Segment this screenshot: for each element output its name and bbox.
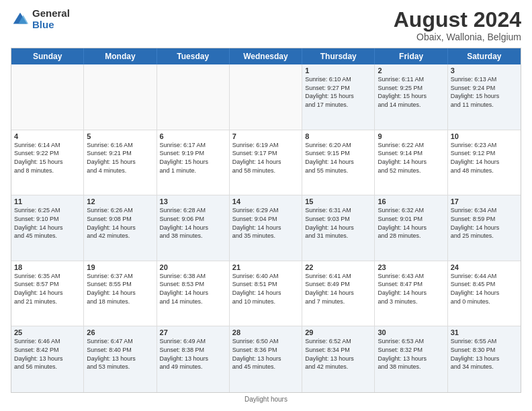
day-cell-5: 5Sunrise: 6:16 AM Sunset: 9:21 PM Daylig… (84, 130, 157, 195)
day-info: Sunrise: 6:32 AM Sunset: 9:01 PM Dayligh… (378, 206, 444, 240)
day-number: 9 (378, 132, 444, 140)
header-day-saturday: Saturday (448, 48, 521, 64)
header-day-monday: Monday (84, 48, 157, 64)
month-title: August 2024 (394, 8, 521, 32)
day-info: Sunrise: 6:17 AM Sunset: 9:19 PM Dayligh… (160, 141, 226, 175)
day-number: 31 (451, 328, 518, 336)
day-cell-12: 12Sunrise: 6:26 AM Sunset: 9:08 PM Dayli… (84, 195, 157, 261)
day-info: Sunrise: 6:31 AM Sunset: 9:03 PM Dayligh… (305, 206, 371, 240)
day-cell-28: 28Sunrise: 6:50 AM Sunset: 8:36 PM Dayli… (230, 326, 302, 392)
day-number: 6 (160, 132, 226, 140)
day-info: Sunrise: 6:37 AM Sunset: 8:55 PM Dayligh… (87, 272, 153, 306)
day-info: Sunrise: 6:55 AM Sunset: 8:30 PM Dayligh… (451, 337, 518, 371)
empty-cell-0-2 (157, 64, 230, 130)
day-number: 19 (87, 263, 153, 271)
day-cell-4: 4Sunrise: 6:14 AM Sunset: 9:22 PM Daylig… (11, 130, 84, 195)
day-info: Sunrise: 6:38 AM Sunset: 8:53 PM Dayligh… (160, 272, 226, 306)
day-number: 23 (378, 263, 444, 271)
day-cell-19: 19Sunrise: 6:37 AM Sunset: 8:55 PM Dayli… (84, 261, 157, 326)
calendar-row-3: 18Sunrise: 6:35 AM Sunset: 8:57 PM Dayli… (11, 261, 521, 327)
day-number: 28 (232, 328, 299, 336)
day-cell-25: 25Sunrise: 6:46 AM Sunset: 8:42 PM Dayli… (11, 326, 84, 392)
day-number: 12 (87, 197, 153, 205)
title-area: August 2024 Obaix, Wallonia, Belgium (394, 8, 521, 42)
day-number: 24 (451, 263, 518, 271)
day-number: 14 (232, 197, 299, 205)
day-info: Sunrise: 6:25 AM Sunset: 9:10 PM Dayligh… (14, 206, 81, 240)
calendar: SundayMondayTuesdayWednesdayThursdayFrid… (11, 48, 521, 393)
day-number: 3 (451, 66, 518, 75)
day-info: Sunrise: 6:28 AM Sunset: 9:06 PM Dayligh… (160, 206, 226, 240)
day-info: Sunrise: 6:44 AM Sunset: 8:45 PM Dayligh… (451, 272, 518, 306)
day-number: 2 (378, 66, 444, 75)
day-info: Sunrise: 6:50 AM Sunset: 8:36 PM Dayligh… (232, 337, 299, 371)
location-subtitle: Obaix, Wallonia, Belgium (394, 32, 521, 42)
day-cell-1: 1Sunrise: 6:10 AM Sunset: 9:27 PM Daylig… (302, 64, 375, 130)
header-day-thursday: Thursday (302, 48, 375, 64)
day-number: 20 (160, 263, 226, 271)
day-cell-23: 23Sunrise: 6:43 AM Sunset: 8:47 PM Dayli… (375, 261, 447, 326)
day-number: 30 (378, 328, 444, 336)
day-info: Sunrise: 6:41 AM Sunset: 8:49 PM Dayligh… (305, 272, 371, 306)
empty-cell-0-1 (84, 64, 157, 130)
day-cell-30: 30Sunrise: 6:53 AM Sunset: 8:32 PM Dayli… (375, 326, 447, 392)
day-number: 4 (14, 132, 81, 140)
day-info: Sunrise: 6:11 AM Sunset: 9:25 PM Dayligh… (378, 75, 444, 109)
day-number: 5 (87, 132, 153, 140)
day-info: Sunrise: 6:13 AM Sunset: 9:24 PM Dayligh… (451, 75, 518, 109)
day-info: Sunrise: 6:49 AM Sunset: 8:38 PM Dayligh… (160, 337, 226, 371)
calendar-row-0: 1Sunrise: 6:10 AM Sunset: 9:27 PM Daylig… (11, 64, 521, 130)
day-number: 7 (232, 132, 299, 140)
empty-cell-0-3 (230, 64, 302, 130)
day-cell-6: 6Sunrise: 6:17 AM Sunset: 9:19 PM Daylig… (157, 130, 230, 195)
day-info: Sunrise: 6:16 AM Sunset: 9:21 PM Dayligh… (87, 141, 153, 175)
day-number: 18 (14, 263, 81, 271)
logo-general-text: General (32, 8, 70, 19)
day-number: 16 (378, 197, 444, 205)
day-info: Sunrise: 6:46 AM Sunset: 8:42 PM Dayligh… (14, 337, 81, 371)
day-number: 29 (305, 328, 371, 336)
header-day-friday: Friday (375, 48, 447, 64)
day-number: 26 (87, 328, 153, 336)
day-info: Sunrise: 6:22 AM Sunset: 9:14 PM Dayligh… (378, 141, 444, 175)
day-cell-14: 14Sunrise: 6:29 AM Sunset: 9:04 PM Dayli… (230, 195, 302, 261)
empty-cell-0-0 (11, 64, 84, 130)
day-cell-9: 9Sunrise: 6:22 AM Sunset: 9:14 PM Daylig… (375, 130, 447, 195)
day-info: Sunrise: 6:47 AM Sunset: 8:40 PM Dayligh… (87, 337, 153, 371)
day-number: 15 (305, 197, 371, 205)
day-cell-17: 17Sunrise: 6:34 AM Sunset: 8:59 PM Dayli… (448, 195, 521, 261)
calendar-row-4: 25Sunrise: 6:46 AM Sunset: 8:42 PM Dayli… (11, 326, 521, 392)
day-info: Sunrise: 6:52 AM Sunset: 8:34 PM Dayligh… (305, 337, 371, 371)
header-day-sunday: Sunday (11, 48, 84, 64)
day-cell-11: 11Sunrise: 6:25 AM Sunset: 9:10 PM Dayli… (11, 195, 84, 261)
day-cell-20: 20Sunrise: 6:38 AM Sunset: 8:53 PM Dayli… (157, 261, 230, 326)
day-cell-27: 27Sunrise: 6:49 AM Sunset: 8:38 PM Dayli… (157, 326, 230, 392)
day-info: Sunrise: 6:53 AM Sunset: 8:32 PM Dayligh… (378, 337, 444, 371)
day-cell-31: 31Sunrise: 6:55 AM Sunset: 8:30 PM Dayli… (448, 326, 521, 392)
day-number: 25 (14, 328, 81, 336)
day-number: 13 (160, 197, 226, 205)
calendar-row-1: 4Sunrise: 6:14 AM Sunset: 9:22 PM Daylig… (11, 130, 521, 196)
logo-blue-text: Blue (32, 19, 70, 31)
day-number: 10 (451, 132, 518, 140)
day-number: 21 (232, 263, 299, 271)
day-number: 22 (305, 263, 371, 271)
day-cell-26: 26Sunrise: 6:47 AM Sunset: 8:40 PM Dayli… (84, 326, 157, 392)
day-info: Sunrise: 6:35 AM Sunset: 8:57 PM Dayligh… (14, 272, 81, 306)
day-cell-16: 16Sunrise: 6:32 AM Sunset: 9:01 PM Dayli… (375, 195, 447, 261)
day-info: Sunrise: 6:26 AM Sunset: 9:08 PM Dayligh… (87, 206, 153, 240)
header-day-tuesday: Tuesday (157, 48, 230, 64)
day-info: Sunrise: 6:10 AM Sunset: 9:27 PM Dayligh… (305, 75, 371, 109)
day-cell-7: 7Sunrise: 6:19 AM Sunset: 9:17 PM Daylig… (230, 130, 302, 195)
day-cell-10: 10Sunrise: 6:23 AM Sunset: 9:12 PM Dayli… (448, 130, 521, 195)
day-info: Sunrise: 6:40 AM Sunset: 8:51 PM Dayligh… (232, 272, 299, 306)
logo-icon (11, 10, 30, 29)
page-header: General Blue August 2024 Obaix, Wallonia… (11, 8, 521, 42)
day-info: Sunrise: 6:43 AM Sunset: 8:47 PM Dayligh… (378, 272, 444, 306)
day-cell-3: 3Sunrise: 6:13 AM Sunset: 9:24 PM Daylig… (448, 64, 521, 130)
day-cell-21: 21Sunrise: 6:40 AM Sunset: 8:51 PM Dayli… (230, 261, 302, 326)
day-cell-2: 2Sunrise: 6:11 AM Sunset: 9:25 PM Daylig… (375, 64, 447, 130)
day-number: 1 (305, 66, 371, 75)
calendar-row-2: 11Sunrise: 6:25 AM Sunset: 9:10 PM Dayli… (11, 195, 521, 261)
day-cell-13: 13Sunrise: 6:28 AM Sunset: 9:06 PM Dayli… (157, 195, 230, 261)
